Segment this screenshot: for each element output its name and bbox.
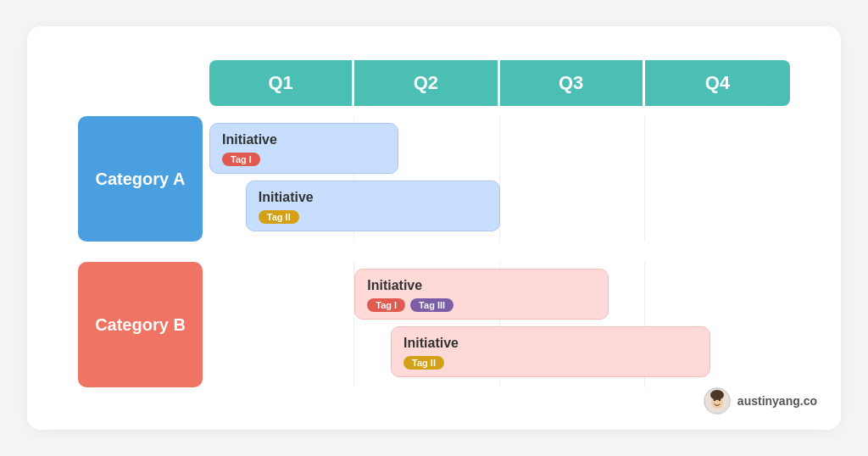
q3-header: Q3: [500, 60, 645, 106]
initiative-b2-title: Initiative: [403, 336, 698, 351]
initiative-a2-tags: Tag II: [259, 210, 487, 224]
tag-b1-1: Tag I: [367, 298, 405, 312]
tag-a2-1: Tag II: [259, 210, 299, 224]
avatar-icon: [704, 387, 731, 414]
initiative-b2[interactable]: Initiative Tag II: [391, 326, 710, 377]
tag-b2-1: Tag II: [403, 356, 444, 370]
q1-header: Q1: [209, 60, 354, 106]
branding: austinyang.co: [704, 387, 817, 414]
initiative-b1-tags: Tag I Tag III: [367, 298, 596, 312]
category-a-label: Category A: [78, 116, 203, 242]
q4-header: Q4: [645, 60, 790, 106]
header-spacer: [78, 60, 209, 106]
initiative-b1[interactable]: Initiative Tag I Tag III: [354, 269, 609, 320]
category-b-label: Category B: [78, 262, 203, 387]
svg-point-5: [711, 392, 723, 400]
initiative-a1-tags: Tag I: [222, 153, 386, 166]
branding-text: austinyang.co: [737, 394, 817, 408]
q2-header: Q2: [354, 60, 499, 106]
initiative-a2-title: Initiative: [259, 190, 487, 205]
tag-a1-1: Tag I: [222, 153, 260, 166]
initiative-a2[interactable]: Initiative Tag II: [246, 181, 500, 231]
chart-container: Q1 Q2 Q3 Q4 Category A Initiative Tag I: [27, 26, 841, 430]
initiative-b2-tags: Tag II: [403, 356, 698, 370]
tag-b1-2: Tag III: [410, 298, 453, 312]
initiative-a1[interactable]: Initiative Tag I: [209, 123, 398, 174]
initiative-b1-title: Initiative: [367, 278, 596, 293]
initiative-a1-title: Initiative: [222, 132, 386, 147]
